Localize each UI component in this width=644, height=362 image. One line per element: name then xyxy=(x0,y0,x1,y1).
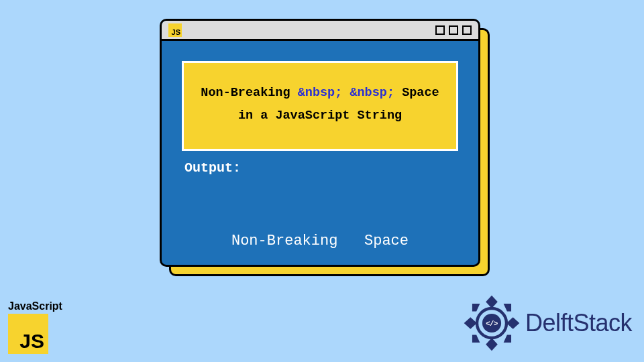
svg-marker-7 xyxy=(504,335,511,343)
code-card: Non-Breaking &nbsp; &nbsp; Space in a Ja… xyxy=(182,61,458,151)
code-line-1: Non-Breaking &nbsp; &nbsp; Space xyxy=(196,82,444,105)
code-text: Non-Breaking xyxy=(201,86,290,100)
javascript-logo: JavaScript JS xyxy=(8,300,62,354)
svg-marker-2 xyxy=(464,317,477,329)
delftstack-mark-icon: </> xyxy=(462,294,521,353)
window-control-box xyxy=(462,25,472,35)
svg-marker-1 xyxy=(486,338,498,351)
javascript-label: JavaScript xyxy=(8,300,62,312)
svg-marker-3 xyxy=(506,317,519,329)
code-line-2: in a JavaScript String xyxy=(196,105,444,127)
output-line-1: Non-Breaking Space xyxy=(182,229,458,253)
output-block: Non-Breaking Space in a JavaScript Strin… xyxy=(182,178,458,267)
window-controls xyxy=(435,25,472,35)
javascript-icon: JS xyxy=(168,23,182,37)
window-titlebar: JS xyxy=(162,21,478,41)
delftstack-wordmark: DelftStack xyxy=(525,309,632,337)
svg-marker-4 xyxy=(472,304,480,311)
svg-text:</>: </> xyxy=(486,320,498,328)
svg-marker-6 xyxy=(472,335,480,343)
javascript-icon-text: JS xyxy=(19,330,44,353)
window-control-box xyxy=(449,25,458,35)
svg-marker-0 xyxy=(486,296,498,308)
output-label: Output: xyxy=(184,160,455,176)
window-control-box xyxy=(435,25,445,35)
svg-marker-5 xyxy=(504,304,511,311)
illustration-window: JS Non-Breaking &nbsp; &nbsp; Space in a… xyxy=(160,19,480,267)
delftstack-logo: </> DelftStack xyxy=(462,294,632,353)
nbsp-entity: &nbsp; xyxy=(298,86,343,100)
javascript-icon: JS xyxy=(8,314,48,354)
code-text: Space xyxy=(402,86,439,100)
nbsp-entity: &nbsp; xyxy=(350,86,394,100)
javascript-icon-text: JS xyxy=(172,28,180,36)
